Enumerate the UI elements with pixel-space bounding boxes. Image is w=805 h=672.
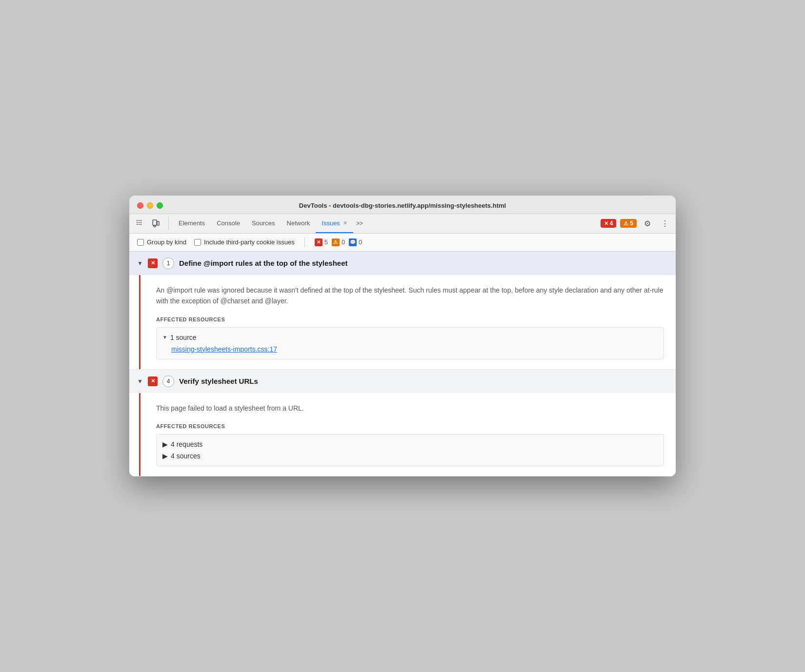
issue-2-affected-label: AFFECTED RESOURCES (156, 423, 664, 429)
third-party-checkbox[interactable]: Include third-party cookie issues (194, 238, 295, 246)
window-title: DevTools - devtools-dbg-stories.netlify.… (299, 202, 506, 209)
issue-2-description: This page failed to load a stylesheet fr… (156, 403, 664, 414)
device-mode-icon[interactable] (149, 217, 162, 230)
issue-1-description: An @import rule was ignored because it w… (156, 285, 664, 307)
issue-item-1: ▼ ✕ 1 Define @import rules at the top of… (129, 252, 676, 370)
issue-1-header[interactable]: ▼ ✕ 1 Define @import rules at the top of… (129, 252, 676, 275)
minimize-button[interactable] (147, 202, 153, 209)
svg-rect-7 (139, 224, 140, 225)
filter-info-icon: 💬 (349, 238, 357, 246)
filter-error-badge[interactable]: ✕ 5 (315, 238, 328, 246)
svg-rect-0 (137, 220, 138, 221)
svg-rect-3 (137, 222, 138, 223)
issue-2-body: This page failed to load a stylesheet fr… (139, 393, 676, 476)
issues-content: ▼ ✕ 1 Define @import rules at the top of… (129, 252, 676, 476)
error-badge-icon: ✕ (604, 220, 608, 227)
error-badge[interactable]: ✕ 4 (601, 219, 617, 228)
inspect-icon[interactable] (133, 217, 147, 230)
filter-warning-icon: ⚠ (332, 238, 340, 246)
more-tabs-button[interactable]: >> (353, 214, 366, 233)
svg-rect-6 (137, 224, 138, 225)
title-bar: DevTools - devtools-dbg-stories.netlify.… (129, 196, 676, 214)
filter-warning-badge[interactable]: ⚠ 0 (332, 238, 345, 246)
issue-1-chevron: ▼ (137, 260, 143, 267)
group-by-kind-input[interactable] (137, 239, 144, 246)
issue-1-error-icon: ✕ (148, 258, 158, 268)
svg-rect-10 (154, 225, 156, 227)
svg-rect-1 (139, 220, 140, 221)
issue-1-body: An @import rule was ignored because it w… (139, 275, 676, 369)
filter-info-badge[interactable]: 💬 0 (349, 238, 362, 246)
svg-rect-8 (141, 224, 141, 225)
issue-2-error-icon: ✕ (148, 376, 158, 386)
close-button[interactable] (137, 202, 143, 209)
issue-1-resources: ▼ 1 source missing-stylesheets-imports.c… (156, 327, 664, 359)
more-options-icon[interactable]: ⋮ (658, 217, 672, 230)
toolbar-left-icons (133, 217, 169, 230)
warning-badge-icon: ⚠ (624, 220, 628, 227)
issue-1-link[interactable]: missing-stylesheets-imports.css:17 (162, 343, 658, 355)
issue-2-requests-chevron: ▶ (162, 440, 168, 448)
issue-1-title: Define @import rules at the top of the s… (179, 259, 348, 267)
group-by-kind-checkbox[interactable]: Group by kind (137, 238, 186, 246)
svg-rect-4 (139, 222, 140, 223)
issue-2-sources-chevron: ▶ (162, 452, 168, 460)
issue-1-affected-label: AFFECTED RESOURCES (156, 316, 664, 322)
svg-rect-11 (157, 221, 159, 225)
maximize-button[interactable] (157, 202, 163, 209)
settings-icon[interactable]: ⚙ (641, 217, 654, 230)
devtools-window: DevTools - devtools-dbg-stories.netlify.… (129, 196, 676, 476)
tab-issues-close[interactable]: ✕ (343, 220, 347, 226)
devtools-toolbar: Elements Console Sources Network Issues … (129, 214, 676, 234)
issue-2-title: Verify stylesheet URLs (179, 377, 258, 385)
toolbar-right: ✕ 4 ⚠ 5 ⚙ ⋮ (601, 217, 672, 230)
svg-rect-2 (141, 220, 141, 221)
issue-1-source-expand[interactable]: ▼ 1 source (162, 332, 658, 343)
warning-badge[interactable]: ⚠ 5 (620, 219, 637, 228)
filter-bar: Group by kind Include third-party cookie… (129, 234, 676, 252)
issue-2-requests-expand[interactable]: ▶ 4 requests (162, 438, 658, 450)
traffic-lights (137, 202, 163, 209)
issue-2-sources-expand[interactable]: ▶ 4 sources (162, 450, 658, 462)
devtools-tabs: Elements Console Sources Network Issues … (169, 214, 601, 233)
filter-error-icon: ✕ (315, 238, 322, 246)
tab-sources[interactable]: Sources (246, 214, 281, 233)
issue-2-chevron: ▼ (137, 378, 143, 385)
issue-2-header[interactable]: ▼ ✕ 4 Verify stylesheet URLs (129, 370, 676, 393)
tab-network[interactable]: Network (281, 214, 316, 233)
filter-divider (304, 237, 305, 247)
issue-1-count: 1 (162, 257, 174, 269)
svg-rect-9 (153, 220, 157, 225)
issue-2-resources: ▶ 4 requests ▶ 4 sources (156, 434, 664, 466)
tab-console[interactable]: Console (211, 214, 246, 233)
svg-rect-5 (141, 222, 141, 223)
filter-badges: ✕ 5 ⚠ 0 💬 0 (315, 238, 362, 246)
issue-1-source-chevron: ▼ (162, 335, 167, 340)
third-party-input[interactable] (194, 239, 201, 246)
tab-elements[interactable]: Elements (173, 214, 211, 233)
issue-item-2: ▼ ✕ 4 Verify stylesheet URLs This page f… (129, 370, 676, 476)
issue-2-count: 4 (162, 376, 174, 387)
tab-issues[interactable]: Issues ✕ (316, 214, 353, 233)
